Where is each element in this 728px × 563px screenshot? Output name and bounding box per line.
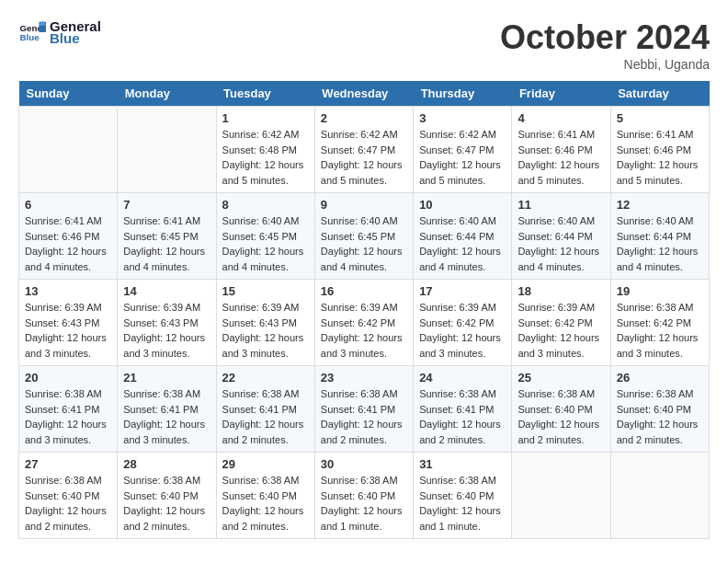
day-info: Sunrise: 6:40 AM Sunset: 6:44 PM Dayligh… (518, 213, 604, 274)
calendar-cell: 9Sunrise: 6:40 AM Sunset: 6:45 PM Daylig… (314, 193, 413, 280)
logo: General Blue General Blue (18, 18, 101, 46)
day-number: 31 (419, 457, 506, 471)
day-number: 19 (617, 284, 703, 298)
day-number: 11 (518, 198, 604, 212)
day-info: Sunrise: 6:42 AM Sunset: 6:48 PM Dayligh… (222, 127, 309, 188)
calendar-cell: 16Sunrise: 6:39 AM Sunset: 6:42 PM Dayli… (314, 280, 413, 366)
calendar-cell: 29Sunrise: 6:38 AM Sunset: 6:40 PM Dayli… (216, 453, 314, 539)
calendar-cell: 4Sunrise: 6:41 AM Sunset: 6:46 PM Daylig… (512, 107, 610, 193)
day-number: 29 (222, 457, 309, 471)
day-number: 5 (617, 111, 703, 125)
day-number: 6 (25, 198, 111, 212)
day-info: Sunrise: 6:38 AM Sunset: 6:40 PM Dayligh… (123, 473, 210, 534)
day-number: 4 (518, 111, 604, 125)
calendar-cell: 31Sunrise: 6:38 AM Sunset: 6:40 PM Dayli… (414, 453, 512, 539)
header-monday: Monday (118, 81, 216, 107)
calendar-cell: 2Sunrise: 6:42 AM Sunset: 6:47 PM Daylig… (314, 107, 413, 193)
day-info: Sunrise: 6:38 AM Sunset: 6:41 PM Dayligh… (419, 386, 506, 447)
day-number: 15 (222, 284, 309, 298)
day-number: 18 (518, 284, 604, 298)
calendar-cell: 13Sunrise: 6:39 AM Sunset: 6:43 PM Dayli… (19, 280, 118, 366)
calendar-cell (118, 107, 216, 193)
calendar-cell: 20Sunrise: 6:38 AM Sunset: 6:41 PM Dayli… (19, 366, 118, 453)
day-number: 21 (123, 371, 210, 385)
day-number: 14 (123, 284, 210, 298)
day-number: 9 (321, 198, 407, 212)
day-number: 27 (25, 457, 111, 471)
day-number: 2 (321, 111, 407, 125)
day-info: Sunrise: 6:42 AM Sunset: 6:47 PM Dayligh… (321, 127, 407, 188)
day-number: 10 (419, 198, 506, 212)
day-info: Sunrise: 6:39 AM Sunset: 6:43 PM Dayligh… (25, 300, 111, 361)
day-info: Sunrise: 6:42 AM Sunset: 6:47 PM Dayligh… (419, 127, 506, 188)
day-info: Sunrise: 6:38 AM Sunset: 6:41 PM Dayligh… (123, 386, 210, 447)
calendar-cell: 19Sunrise: 6:38 AM Sunset: 6:42 PM Dayli… (610, 280, 709, 366)
header-tuesday: Tuesday (216, 81, 314, 107)
day-info: Sunrise: 6:41 AM Sunset: 6:46 PM Dayligh… (25, 213, 111, 274)
calendar-week-row: 20Sunrise: 6:38 AM Sunset: 6:41 PM Dayli… (19, 366, 710, 453)
logo-icon: General Blue (18, 18, 46, 46)
day-number: 28 (123, 457, 210, 471)
day-number: 16 (321, 284, 407, 298)
day-info: Sunrise: 6:38 AM Sunset: 6:41 PM Dayligh… (222, 386, 309, 447)
day-info: Sunrise: 6:41 AM Sunset: 6:46 PM Dayligh… (518, 127, 604, 188)
calendar-cell (512, 453, 610, 539)
day-number: 8 (222, 198, 309, 212)
calendar-table: SundayMondayTuesdayWednesdayThursdayFrid… (18, 81, 710, 539)
month-title: October 2024 (500, 18, 710, 57)
day-number: 30 (321, 457, 407, 471)
calendar-cell: 11Sunrise: 6:40 AM Sunset: 6:44 PM Dayli… (512, 193, 610, 280)
calendar-cell: 7Sunrise: 6:41 AM Sunset: 6:45 PM Daylig… (118, 193, 216, 280)
day-info: Sunrise: 6:38 AM Sunset: 6:40 PM Dayligh… (222, 473, 309, 534)
calendar-cell: 25Sunrise: 6:38 AM Sunset: 6:40 PM Dayli… (512, 366, 610, 453)
calendar-week-row: 6Sunrise: 6:41 AM Sunset: 6:46 PM Daylig… (19, 193, 710, 280)
calendar-cell: 15Sunrise: 6:39 AM Sunset: 6:43 PM Dayli… (216, 280, 314, 366)
day-info: Sunrise: 6:38 AM Sunset: 6:40 PM Dayligh… (617, 386, 703, 447)
calendar-cell: 14Sunrise: 6:39 AM Sunset: 6:43 PM Dayli… (118, 280, 216, 366)
calendar-cell: 28Sunrise: 6:38 AM Sunset: 6:40 PM Dayli… (118, 453, 216, 539)
calendar-week-row: 27Sunrise: 6:38 AM Sunset: 6:40 PM Dayli… (19, 453, 710, 539)
day-info: Sunrise: 6:38 AM Sunset: 6:40 PM Dayligh… (25, 473, 111, 534)
day-info: Sunrise: 6:38 AM Sunset: 6:40 PM Dayligh… (419, 473, 506, 534)
svg-text:Blue: Blue (20, 32, 40, 42)
day-number: 1 (222, 111, 309, 125)
day-number: 24 (419, 371, 506, 385)
calendar-cell: 6Sunrise: 6:41 AM Sunset: 6:46 PM Daylig… (19, 193, 118, 280)
day-info: Sunrise: 6:41 AM Sunset: 6:46 PM Dayligh… (617, 127, 703, 188)
day-info: Sunrise: 6:38 AM Sunset: 6:41 PM Dayligh… (321, 386, 407, 447)
calendar-cell: 21Sunrise: 6:38 AM Sunset: 6:41 PM Dayli… (118, 366, 216, 453)
header-sunday: Sunday (19, 81, 118, 107)
calendar-cell: 26Sunrise: 6:38 AM Sunset: 6:40 PM Dayli… (610, 366, 709, 453)
day-number: 12 (617, 198, 703, 212)
day-info: Sunrise: 6:39 AM Sunset: 6:43 PM Dayligh… (123, 300, 210, 361)
calendar-cell: 23Sunrise: 6:38 AM Sunset: 6:41 PM Dayli… (314, 366, 413, 453)
calendar-cell: 1Sunrise: 6:42 AM Sunset: 6:48 PM Daylig… (216, 107, 314, 193)
day-number: 25 (518, 371, 604, 385)
header-saturday: Saturday (610, 81, 709, 107)
day-info: Sunrise: 6:40 AM Sunset: 6:45 PM Dayligh… (222, 213, 309, 274)
day-number: 17 (419, 284, 506, 298)
calendar-cell: 24Sunrise: 6:38 AM Sunset: 6:41 PM Dayli… (414, 366, 512, 453)
calendar-cell: 8Sunrise: 6:40 AM Sunset: 6:45 PM Daylig… (216, 193, 314, 280)
day-info: Sunrise: 6:40 AM Sunset: 6:45 PM Dayligh… (321, 213, 407, 274)
day-info: Sunrise: 6:41 AM Sunset: 6:45 PM Dayligh… (123, 213, 210, 274)
calendar-cell: 17Sunrise: 6:39 AM Sunset: 6:42 PM Dayli… (414, 280, 512, 366)
day-info: Sunrise: 6:38 AM Sunset: 6:40 PM Dayligh… (518, 386, 604, 447)
calendar-cell: 3Sunrise: 6:42 AM Sunset: 6:47 PM Daylig… (414, 107, 512, 193)
day-info: Sunrise: 6:38 AM Sunset: 6:40 PM Dayligh… (321, 473, 407, 534)
day-info: Sunrise: 6:38 AM Sunset: 6:42 PM Dayligh… (617, 300, 703, 361)
calendar-header-row: SundayMondayTuesdayWednesdayThursdayFrid… (19, 81, 710, 107)
day-info: Sunrise: 6:39 AM Sunset: 6:42 PM Dayligh… (419, 300, 506, 361)
calendar-cell: 18Sunrise: 6:39 AM Sunset: 6:42 PM Dayli… (512, 280, 610, 366)
day-number: 26 (617, 371, 703, 385)
day-number: 3 (419, 111, 506, 125)
location-subtitle: Nebbi, Uganda (500, 57, 710, 72)
header-thursday: Thursday (414, 81, 512, 107)
calendar-cell: 12Sunrise: 6:40 AM Sunset: 6:44 PM Dayli… (610, 193, 709, 280)
day-info: Sunrise: 6:38 AM Sunset: 6:41 PM Dayligh… (25, 386, 111, 447)
day-number: 22 (222, 371, 309, 385)
calendar-cell (19, 107, 118, 193)
calendar-cell: 27Sunrise: 6:38 AM Sunset: 6:40 PM Dayli… (19, 453, 118, 539)
page-header: General Blue General Blue October 2024 N… (18, 18, 710, 72)
header-friday: Friday (512, 81, 610, 107)
